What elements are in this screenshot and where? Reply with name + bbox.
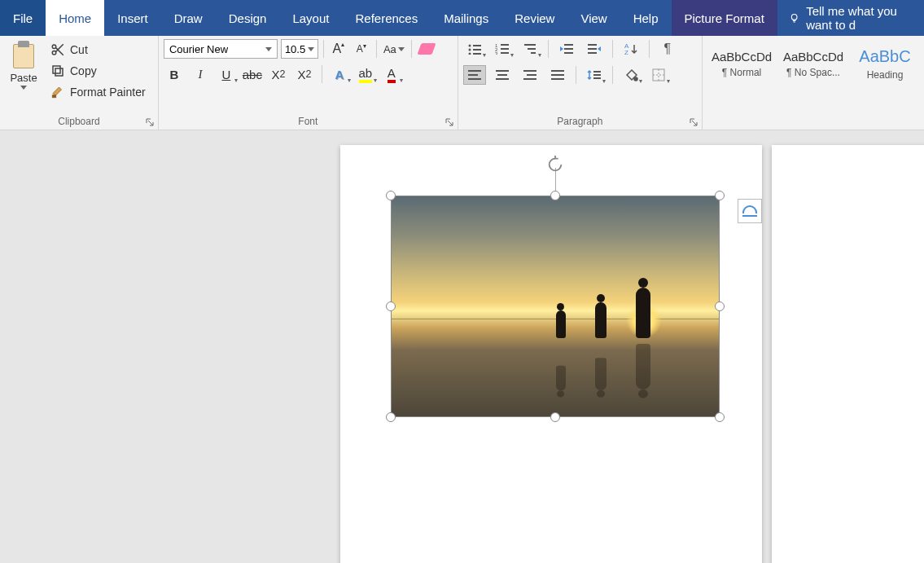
tab-layout[interactable]: Layout [279, 0, 342, 36]
increase-indent-button[interactable] [583, 39, 606, 59]
tab-home[interactable]: Home [46, 0, 104, 36]
style-sample: AaBbCcDd [712, 50, 772, 64]
tab-review[interactable]: Review [501, 0, 567, 36]
document-area[interactable] [0, 130, 924, 563]
tab-help[interactable]: Help [620, 0, 672, 36]
page-1[interactable] [340, 145, 762, 563]
show-hide-button[interactable]: ¶ [656, 39, 679, 59]
clear-formatting-button[interactable] [417, 39, 436, 59]
align-right-icon [523, 70, 536, 80]
highlight-button[interactable]: ab▾ [355, 64, 376, 85]
svg-rect-22 [564, 48, 573, 50]
separator [322, 65, 322, 83]
strikethrough-button[interactable]: abc [242, 64, 263, 85]
format-painter-button[interactable]: Format Painter [47, 83, 149, 101]
shading-button[interactable]: ▾ [620, 65, 642, 85]
dialog-launcher-icon[interactable] [444, 117, 454, 127]
numbering-icon: 123 [495, 43, 510, 55]
pilcrow-icon: ¶ [663, 42, 671, 56]
numbering-button[interactable]: 123▾ [491, 39, 514, 59]
bullets-button[interactable]: ▾ [463, 39, 486, 59]
resize-handle-left[interactable] [386, 301, 396, 311]
align-left-button[interactable] [463, 65, 486, 85]
svg-rect-5 [52, 95, 56, 98]
borders-button[interactable]: ▾ [647, 65, 670, 85]
tab-references[interactable]: References [342, 0, 431, 36]
tab-picture-format[interactable]: Picture Format [672, 0, 777, 36]
font-name-combo[interactable]: Courier New [164, 39, 278, 59]
resize-handle-top-right[interactable] [715, 191, 725, 200]
group-clipboard: Paste Cut Copy Format Painter Clipboa [0, 36, 159, 130]
copy-button[interactable]: Copy [47, 62, 149, 80]
tab-view[interactable]: View [567, 0, 620, 36]
format-painter-label: Format Painter [70, 86, 146, 99]
sort-button[interactable]: AZ [620, 39, 642, 59]
decrease-indent-button[interactable] [555, 39, 578, 59]
grow-font-button[interactable]: A▴ [329, 39, 348, 59]
group-label-font: Font [159, 116, 458, 130]
bullets-icon [467, 43, 482, 55]
resize-handle-bottom[interactable] [550, 412, 560, 422]
cut-label: Cut [70, 43, 88, 56]
dialog-launcher-icon[interactable] [689, 117, 698, 127]
underline-button[interactable]: U▾ [216, 64, 237, 85]
group-label-clipboard: Clipboard [0, 116, 158, 130]
paste-button[interactable]: Paste [5, 39, 42, 91]
text-effects-button[interactable]: A▾ [329, 64, 350, 85]
svg-text:Z: Z [624, 49, 628, 55]
dialog-launcher-icon[interactable] [145, 117, 155, 127]
superscript-button[interactable]: X2 [294, 64, 315, 85]
copy-icon [50, 64, 65, 78]
svg-rect-4 [53, 66, 60, 73]
svg-rect-15 [501, 48, 509, 50]
style-normal[interactable]: AaBbCcDd ¶ Normal [707, 41, 776, 86]
rotation-handle[interactable] [545, 155, 565, 174]
page-2[interactable] [772, 145, 924, 563]
outdent-icon [559, 43, 574, 55]
shrink-font-button[interactable]: A▾ [352, 39, 371, 59]
svg-rect-23 [564, 52, 573, 54]
menu-tab-bar: File Home Insert Draw Design Layout Refe… [0, 0, 924, 36]
align-center-button[interactable] [491, 65, 514, 85]
resize-handle-right[interactable] [715, 301, 725, 311]
line-spacing-button[interactable]: ▾ [583, 65, 606, 85]
tab-file[interactable]: File [0, 0, 46, 36]
paint-bucket-icon [624, 68, 638, 81]
svg-rect-32 [593, 74, 601, 76]
style-no-spacing[interactable]: AaBbCcDd ¶ No Spac... [779, 41, 847, 86]
paste-dropdown-icon[interactable] [20, 82, 27, 91]
align-right-button[interactable] [519, 65, 541, 85]
bold-button[interactable]: B [164, 64, 185, 85]
svg-rect-3 [55, 68, 63, 76]
resize-handle-top-left[interactable] [386, 191, 396, 200]
cut-button[interactable]: Cut [47, 41, 149, 59]
tell-me-search[interactable]: Tell me what you want to d [777, 0, 924, 36]
font-size-combo[interactable]: 10.5 [281, 39, 318, 59]
eraser-icon [417, 43, 436, 55]
separator [548, 40, 549, 58]
align-center-icon [496, 70, 509, 80]
italic-button[interactable]: I [190, 64, 211, 85]
tab-draw[interactable]: Draw [161, 0, 216, 36]
change-case-button[interactable]: Aa [382, 39, 406, 59]
selected-picture[interactable] [391, 196, 720, 417]
style-sample: AaBbC [859, 47, 910, 66]
resize-handle-top[interactable] [550, 191, 560, 200]
svg-text:3: 3 [495, 51, 498, 55]
tab-design[interactable]: Design [216, 0, 280, 36]
tab-mailings[interactable]: Mailings [431, 0, 501, 36]
align-left-icon [468, 70, 481, 80]
layout-options-button[interactable] [738, 199, 762, 223]
svg-marker-24 [560, 46, 563, 51]
svg-rect-25 [588, 44, 597, 46]
justify-button[interactable] [546, 65, 569, 85]
style-heading[interactable]: AaBbC Heading [851, 41, 919, 86]
font-color-button[interactable]: A▾ [381, 64, 402, 85]
resize-handle-bottom-right[interactable] [715, 412, 725, 422]
tab-insert[interactable]: Insert [104, 0, 161, 36]
separator [411, 40, 412, 58]
resize-handle-bottom-left[interactable] [386, 412, 396, 422]
separator [612, 66, 613, 84]
multilevel-list-button[interactable]: ▾ [519, 39, 541, 59]
subscript-button[interactable]: X2 [268, 64, 289, 85]
